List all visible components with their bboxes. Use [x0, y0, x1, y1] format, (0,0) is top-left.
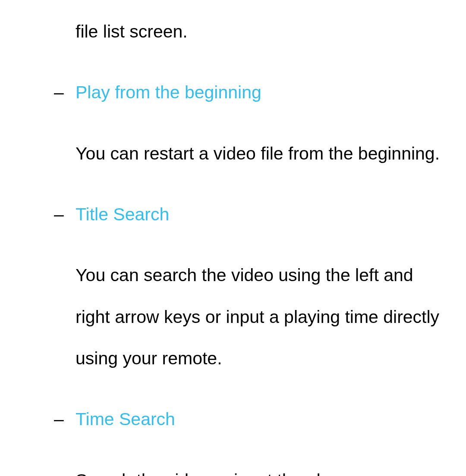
item-description: Search the video or input the play: [76, 460, 444, 476]
item-title-time-search: Time Search: [76, 398, 444, 440]
dash-bullet: –: [54, 72, 64, 113]
dash-bullet: –: [54, 194, 64, 235]
document-content: file list screen. – Play from the beginn…: [0, 11, 466, 476]
dash-bullet: –: [54, 398, 64, 440]
list-item: – Title Search You can search the video …: [76, 194, 444, 379]
item-title-title-search: Title Search: [76, 194, 444, 235]
list-item: – Play from the beginning You can restar…: [76, 72, 444, 174]
item-description: You can restart a video file from the be…: [76, 133, 444, 174]
item-description: You can search the video using the left …: [76, 254, 444, 379]
item-title-play-from-beginning: Play from the beginning: [76, 72, 444, 113]
fragment-text: file list screen.: [76, 11, 444, 52]
list-item: – Time Search Search the video or input …: [76, 398, 444, 476]
